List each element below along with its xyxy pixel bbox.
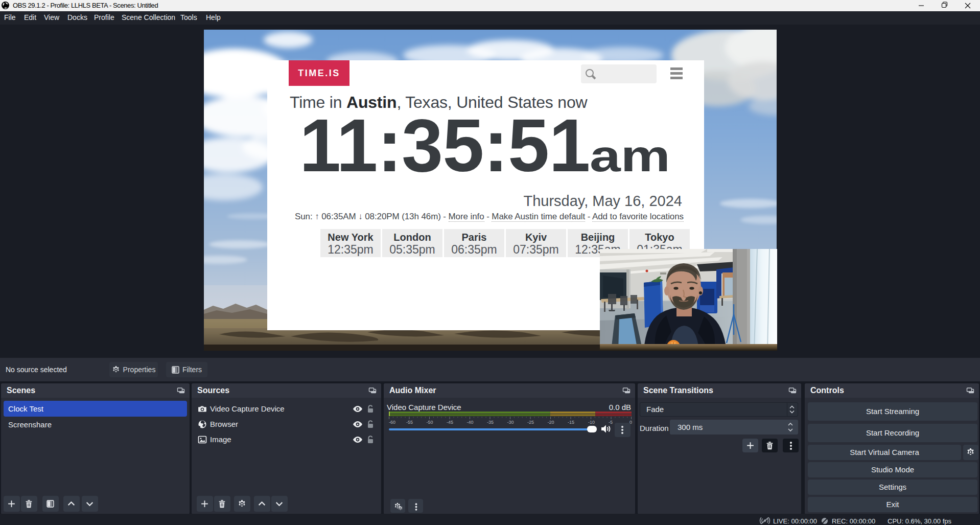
svg-text:-35: -35 (487, 420, 494, 425)
svg-text:-40: -40 (467, 420, 474, 425)
svg-text:-55: -55 (406, 420, 413, 425)
svg-text:-60: -60 (389, 420, 395, 425)
svg-text:-10: -10 (588, 420, 595, 425)
svg-text:-45: -45 (447, 420, 453, 425)
svg-text:-50: -50 (427, 420, 433, 425)
svg-text:-30: -30 (507, 420, 514, 425)
svg-text:-25: -25 (527, 420, 534, 425)
svg-text:-20: -20 (548, 420, 554, 425)
svg-text:-15: -15 (568, 420, 574, 425)
